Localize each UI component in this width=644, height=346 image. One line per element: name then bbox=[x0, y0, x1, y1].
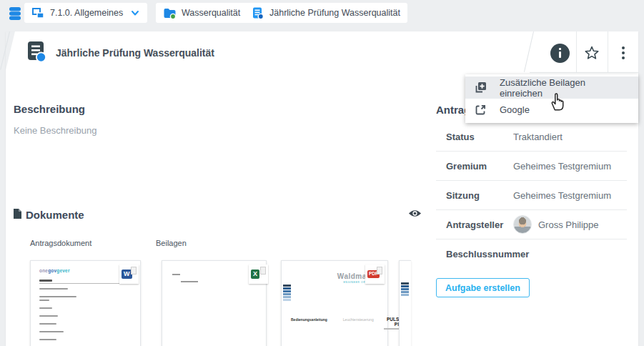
thumbnail-beilage-excel[interactable]: X bbox=[162, 260, 267, 346]
gremium-value: Geheimes Testgremium bbox=[513, 161, 611, 172]
menu-item-label: Google bbox=[500, 104, 530, 115]
database-icon[interactable] bbox=[6, 4, 24, 21]
header-bottom-border bbox=[530, 72, 638, 73]
breadcrumb-tab-label: Wasserqualität bbox=[182, 8, 240, 18]
documents-icon bbox=[13, 208, 22, 219]
eye-icon bbox=[408, 209, 422, 218]
status-value: Traktandiert bbox=[513, 132, 563, 142]
info-row-status: Status Traktandiert bbox=[436, 122, 627, 152]
breadcrumb-tab-allgemeines[interactable]: 7.1.0. Allgemeines bbox=[24, 3, 147, 23]
breadcrumb-bar: 7.1.0. Allgemeines Wasserqualität Jährli… bbox=[0, 0, 644, 26]
breadcrumb-tab-jaehrliche-pruefung[interactable]: Jährliche Prüfung Wasserqualität bbox=[244, 3, 407, 23]
document-text-line bbox=[172, 274, 180, 275]
visibility-button[interactable] bbox=[405, 205, 424, 221]
document-text-lines bbox=[39, 280, 133, 346]
sitzung-value: Geheimes Testgremium bbox=[513, 190, 611, 201]
folder-icon bbox=[163, 6, 176, 19]
documents-heading: Dokumente bbox=[26, 209, 84, 221]
info-row-sitzung: Sitzung Geheimes Testgremium bbox=[436, 181, 627, 210]
structure-icon bbox=[31, 6, 44, 19]
breadcrumb-tab-label: Jährliche Prüfung Wasserqualität bbox=[269, 8, 400, 18]
document-text-line bbox=[181, 281, 198, 282]
onegov-gever-logo: onegovgever bbox=[39, 268, 70, 273]
breadcrumb-tab-wasserqualitaet[interactable]: Wasserqualität bbox=[156, 3, 247, 23]
info-button[interactable] bbox=[549, 42, 570, 64]
excel-badge: X bbox=[249, 265, 268, 284]
info-icon bbox=[550, 44, 570, 63]
thumbnail-beilage-partial[interactable] bbox=[399, 260, 411, 346]
thumbnail-beilage-pdf[interactable]: Waldmann ENGINEER OF LIGHT Bedienungsanl… bbox=[281, 260, 388, 346]
star-icon bbox=[584, 45, 600, 61]
header-divider bbox=[576, 31, 577, 73]
chevron-down-icon[interactable] bbox=[130, 8, 140, 18]
description-empty-text: Keine Beschreibung bbox=[14, 125, 96, 136]
group-label-beilagen: Beilagen bbox=[156, 239, 187, 247]
page-title: Jährliche Prüfung Wasserqualität bbox=[56, 47, 214, 59]
pdf-stripes bbox=[283, 285, 291, 302]
info-row-gremium: Gremium Geheimes Testgremium bbox=[436, 152, 627, 181]
pdf-footer: Bedienungsanleitung Leuchtensteuerung PU… bbox=[289, 317, 382, 330]
more-options-button[interactable] bbox=[613, 42, 634, 64]
info-row-antragsteller: Antragsteller Gross Philippe bbox=[436, 210, 627, 239]
description-heading: Beschreibung bbox=[14, 103, 85, 115]
word-badge: W bbox=[119, 265, 139, 284]
group-label-antragsdokument: Antragsdokument bbox=[30, 239, 91, 247]
kebab-menu-icon bbox=[622, 45, 625, 61]
pdf-stripes bbox=[401, 282, 409, 297]
proposal-title-icon bbox=[26, 41, 47, 62]
antragsteller-value: Gross Philippe bbox=[513, 215, 599, 234]
hand-cursor bbox=[546, 89, 569, 113]
info-row-beschlussnummer: Beschlussnummer bbox=[436, 239, 627, 269]
pdf-badge: PDF bbox=[365, 265, 385, 284]
avatar bbox=[513, 215, 532, 234]
create-task-button[interactable]: Aufgabe erstellen bbox=[436, 278, 530, 297]
favorite-button[interactable] bbox=[581, 42, 603, 64]
breadcrumb-tab-label: 7.1.0. Allgemeines bbox=[50, 8, 123, 18]
open-in-new-icon bbox=[474, 104, 487, 117]
library-add-icon bbox=[474, 81, 487, 94]
proposal-document-icon bbox=[251, 6, 264, 19]
header-divider bbox=[608, 31, 608, 73]
thumbnail-antragsdokument-word[interactable]: onegovgever W bbox=[30, 260, 141, 346]
